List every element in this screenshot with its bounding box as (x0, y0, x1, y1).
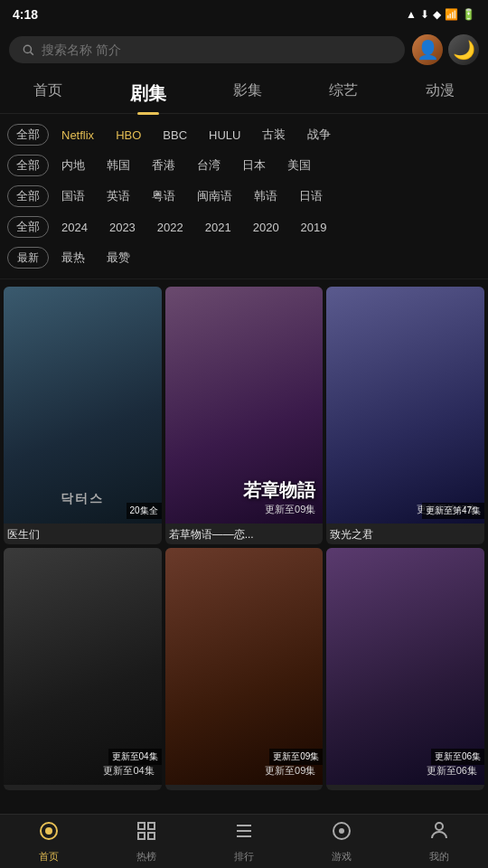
filter-netflix[interactable]: Netflix (52, 126, 103, 145)
filter-mandarin[interactable]: 国语 (52, 185, 94, 207)
filter-japanese[interactable]: 日语 (290, 185, 332, 207)
card-1-badge: 20集全 (127, 503, 162, 519)
card-1-image: 닥터스 (4, 287, 162, 524)
mine-icon (428, 820, 450, 847)
svg-rect-6 (138, 833, 145, 839)
bottom-nav-hot[interactable]: 热榜 (98, 820, 195, 863)
svg-point-0 (23, 45, 31, 52)
tab-movie[interactable]: 影集 (226, 78, 269, 109)
card-6-title (326, 785, 484, 790)
card-6[interactable]: 更新至06集 更新至06集 (326, 548, 484, 790)
card-1-title: 医生们 (4, 524, 162, 544)
search-icon (22, 43, 34, 56)
filter-hokkien[interactable]: 闽南语 (188, 185, 241, 207)
top-area: 👤 🌙 (0, 29, 488, 71)
nav-tabs: 首页 剧集 影集 综艺 动漫 (0, 71, 488, 114)
filter-top[interactable]: 最赞 (98, 247, 139, 269)
filter-all-source[interactable]: 全部 (7, 124, 49, 146)
mine-label: 我的 (429, 850, 449, 863)
home-label: 首页 (39, 850, 59, 863)
card-3[interactable]: 更新至第47集 更新至第47集 致光之君 (326, 287, 484, 544)
search-bar[interactable] (9, 36, 405, 63)
card-2-image: 若章物語 更新至09集 (165, 287, 324, 524)
avatar-2[interactable]: 🌙 (448, 34, 479, 65)
bottom-nav-home[interactable]: 首页 (0, 820, 98, 863)
filter-mainland[interactable]: 内地 (52, 155, 94, 176)
filter-section: 全部 Netflix HBO BBC HULU 古装 战争 全部 内地 韩国 香… (0, 114, 488, 279)
card-2-title: 若草物语——恋... (165, 524, 324, 544)
svg-rect-7 (148, 833, 155, 839)
avatar-group: 👤 🌙 (412, 34, 479, 65)
filter-usa[interactable]: 美国 (278, 155, 320, 176)
svg-rect-5 (148, 823, 155, 829)
card-4-title (4, 785, 162, 790)
card-4-badge: 更新至04集 (108, 749, 162, 765)
filter-hk[interactable]: 香港 (143, 155, 184, 176)
card-5[interactable]: 更新至09集 更新至09集 (165, 548, 324, 790)
status-icons: ▲ ⬇ ◆ 📶 🔋 (406, 8, 475, 21)
filter-newest-badge[interactable]: 最新 (7, 247, 49, 269)
game-icon (331, 820, 352, 847)
filter-hot[interactable]: 最热 (52, 247, 94, 269)
wifi2-icon: 📶 (445, 8, 458, 21)
card-2[interactable]: 若章物語 更新至09集 若草物语——恋... (165, 287, 324, 544)
rank-icon (233, 820, 255, 847)
filter-2022[interactable]: 2022 (148, 218, 192, 237)
card-4[interactable]: 更新至04集 更新至04集 (4, 548, 162, 790)
filter-row-region: 全部 内地 韩国 香港 台湾 日本 美国 (0, 150, 488, 181)
card-3-badge: 更新至第47集 (422, 503, 484, 519)
svg-line-1 (31, 52, 33, 55)
status-bar: 4:18 ▲ ⬇ ◆ 📶 🔋 (0, 0, 488, 29)
content-grid: 닥터스 20集全 医生们 若章物語 更新至09集 若草物语——恋... 更新至第… (0, 279, 488, 797)
tab-anime[interactable]: 动漫 (418, 78, 462, 109)
filter-tw[interactable]: 台湾 (188, 155, 230, 176)
filter-war[interactable]: 战争 (298, 124, 340, 146)
filter-english[interactable]: 英语 (98, 185, 139, 207)
card-6-badge: 更新至06集 (431, 749, 484, 765)
filter-costume[interactable]: 古装 (253, 124, 295, 146)
filter-2023[interactable]: 2023 (100, 218, 145, 237)
filter-2019[interactable]: 2019 (292, 218, 336, 237)
svg-point-3 (45, 827, 52, 835)
filter-japan[interactable]: 日本 (233, 155, 275, 176)
avatar-1[interactable]: 👤 (412, 34, 443, 65)
filter-hbo[interactable]: HBO (107, 126, 150, 145)
hot-icon (136, 820, 157, 847)
tab-variety[interactable]: 综艺 (322, 78, 365, 109)
filter-cantonese[interactable]: 粤语 (143, 185, 184, 207)
filter-2020[interactable]: 2020 (244, 218, 288, 237)
filter-bbc[interactable]: BBC (154, 126, 196, 145)
filter-korean-lang[interactable]: 韩语 (245, 185, 286, 207)
download-icon: ⬇ (420, 8, 429, 21)
filter-row-year: 全部 2024 2023 2022 2021 2020 2019 (0, 212, 488, 242)
filter-2021[interactable]: 2021 (196, 218, 240, 237)
bottom-nav-game[interactable]: 游戏 (293, 820, 390, 863)
signal-icon: ◆ (433, 8, 441, 21)
filter-all-year[interactable]: 全部 (7, 216, 49, 238)
card-5-title (165, 785, 324, 790)
filter-hulu[interactable]: HULU (200, 126, 249, 145)
card-5-badge: 更新至09集 (269, 749, 323, 765)
card-3-title: 致光之君 (326, 524, 484, 544)
filter-2024[interactable]: 2024 (52, 218, 97, 237)
search-input[interactable] (42, 42, 392, 57)
filter-row-source: 全部 Netflix HBO BBC HULU 古装 战争 (0, 119, 488, 150)
svg-point-13 (436, 823, 443, 830)
card-1[interactable]: 닥터스 20集全 医生们 (4, 287, 162, 544)
game-label: 游戏 (332, 850, 352, 863)
status-time: 4:18 (13, 7, 38, 22)
wifi-icon: ▲ (406, 8, 417, 21)
filter-korean[interactable]: 韩国 (98, 155, 139, 176)
rank-label: 排行 (234, 850, 254, 863)
tab-drama[interactable]: 剧集 (123, 78, 174, 109)
bottom-nav-mine[interactable]: 我的 (390, 820, 488, 863)
battery-icon: 🔋 (462, 8, 475, 21)
bottom-nav-rank[interactable]: 排行 (195, 820, 293, 863)
svg-point-12 (339, 828, 344, 834)
filter-row-sort: 最新 最热 最赞 (0, 242, 488, 273)
card-3-image: 更新至第47集 (326, 287, 484, 524)
bottom-nav: 首页 热榜 排行 游戏 我的 (0, 814, 488, 868)
filter-all-lang[interactable]: 全部 (7, 185, 49, 207)
filter-all-region[interactable]: 全部 (7, 155, 49, 176)
tab-home[interactable]: 首页 (26, 78, 70, 109)
